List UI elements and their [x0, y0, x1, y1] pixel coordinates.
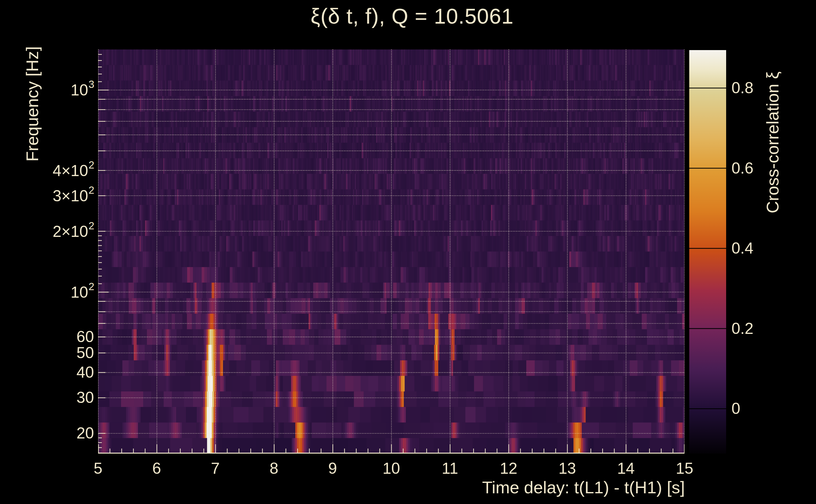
y-tick-label: 102	[71, 283, 94, 301]
x-tick-label: 15	[676, 459, 693, 478]
y-tick-label: 4×102	[53, 161, 94, 180]
colorbar-title: Cross-correlation ξ	[763, 72, 782, 213]
colorbar-gradient	[689, 50, 726, 454]
x-tick-label: 12	[500, 459, 517, 478]
x-tick-label: 5	[94, 459, 102, 478]
y-tick-label: 103	[71, 80, 94, 99]
colorbar-tick-label: 0.6	[732, 159, 754, 177]
x-tick-label: 6	[152, 459, 161, 478]
x-axis-title: Time delay: t(L1) - t(H1) [s]	[482, 478, 685, 497]
heatmap-canvas	[98, 49, 685, 454]
cross-correlation-figure: ξ(δ t, f), Q = 10.5061 Frequency [Hz] Ti…	[0, 0, 816, 504]
colorbar-tick-label: 0	[732, 399, 740, 418]
y-tick-label: 30	[76, 388, 94, 407]
x-tick-label: 11	[442, 459, 458, 478]
y-tick-label: 3×102	[53, 186, 94, 205]
y-tick-label: 40	[76, 363, 94, 381]
colorbar-tick-label: 0.8	[732, 79, 754, 97]
x-tick-label: 13	[558, 459, 576, 478]
x-tick-label: 8	[270, 459, 279, 478]
y-axis-title: Frequency [Hz]	[22, 46, 42, 162]
x-tick-label: 9	[328, 459, 337, 478]
colorbar-tick-label: 0.4	[732, 239, 754, 257]
x-tick-label: 14	[617, 459, 635, 478]
x-tick-label: 7	[211, 459, 220, 478]
chart-title: ξ(δ t, f), Q = 10.5061	[98, 4, 726, 28]
y-tick-label: 60	[76, 328, 94, 346]
colorbar-tick-label: 0.2	[732, 319, 754, 338]
y-tick-label: 20	[76, 424, 94, 442]
y-tick-label: 2×102	[53, 222, 94, 241]
y-tick-label: 50	[76, 344, 94, 362]
x-tick-label: 10	[382, 459, 400, 478]
